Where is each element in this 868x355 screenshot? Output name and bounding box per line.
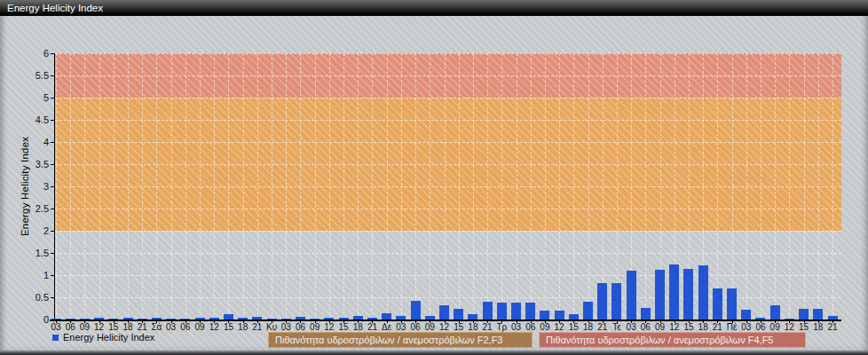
legend-marker-icon	[52, 335, 59, 341]
bottom-edge	[0, 351, 868, 355]
bar	[741, 310, 751, 320]
probability-label-f4f5: Πιθανότητα υδροστρόβιλων / ανεμοστρόβιλω…	[539, 332, 806, 348]
bar	[511, 303, 521, 320]
horizontal-gridline	[55, 164, 841, 165]
y-axis-title: Energy Helicity Index	[20, 53, 34, 320]
legend: Energy Helicity Index	[52, 332, 154, 344]
bar	[655, 270, 665, 320]
y-tick	[51, 253, 55, 254]
horizontal-gridline	[55, 275, 841, 276]
y-tick	[51, 297, 55, 298]
energy-helicity-widget: 00.511.522.533.544.555.5603060912151821Σ…	[0, 0, 868, 355]
probability-label-f2f3: Πιθανότητα υδροστρόβιλων / ανεμοστρόβιλω…	[268, 332, 533, 348]
bar	[770, 305, 780, 320]
horizontal-gridline	[55, 120, 841, 121]
y-tick	[51, 142, 55, 143]
y-tick	[51, 209, 55, 209]
bar	[713, 288, 722, 320]
title-bar: Energy Helicity Index	[0, 0, 868, 16]
bar	[454, 309, 463, 320]
y-tick	[51, 75, 55, 76]
y-tick	[51, 98, 55, 99]
y-tick	[51, 231, 55, 232]
bar	[483, 302, 493, 320]
bar	[669, 264, 679, 320]
bar	[497, 303, 507, 320]
bar	[525, 303, 535, 320]
horizontal-gridline	[55, 253, 841, 254]
x-tick-label: 21	[823, 322, 842, 332]
horizontal-gridline	[55, 209, 841, 209]
horizontal-gridline	[55, 297, 841, 298]
bar	[555, 311, 564, 320]
bar	[698, 265, 708, 320]
bar	[641, 308, 651, 320]
bar	[439, 305, 449, 320]
bar	[799, 309, 809, 320]
horizontal-gridline	[55, 98, 841, 99]
y-tick	[51, 164, 55, 165]
bar	[583, 302, 593, 320]
y-tick	[51, 320, 55, 320]
x-axis-line	[50, 320, 841, 321]
bar	[540, 311, 549, 320]
bar	[382, 313, 391, 320]
y-tick	[51, 275, 55, 276]
bar	[597, 283, 607, 320]
horizontal-gridline	[55, 231, 841, 232]
horizontal-gridline	[55, 53, 841, 54]
legend-label: Energy Helicity Index	[63, 332, 154, 343]
horizontal-gridline	[55, 142, 841, 143]
bar	[627, 271, 636, 320]
bar	[612, 283, 621, 320]
bar	[727, 288, 737, 320]
horizontal-gridline	[55, 186, 841, 187]
window-title: Energy Helicity Index	[7, 3, 103, 13]
y-tick	[51, 186, 55, 187]
horizontal-gridline	[55, 75, 841, 76]
y-tick	[51, 120, 55, 121]
y-tick	[51, 53, 55, 54]
bar	[411, 301, 421, 320]
plot-area: 00.511.522.533.544.555.5603060912151821Σ…	[0, 0, 868, 355]
bar	[813, 309, 823, 320]
bar	[683, 269, 693, 320]
